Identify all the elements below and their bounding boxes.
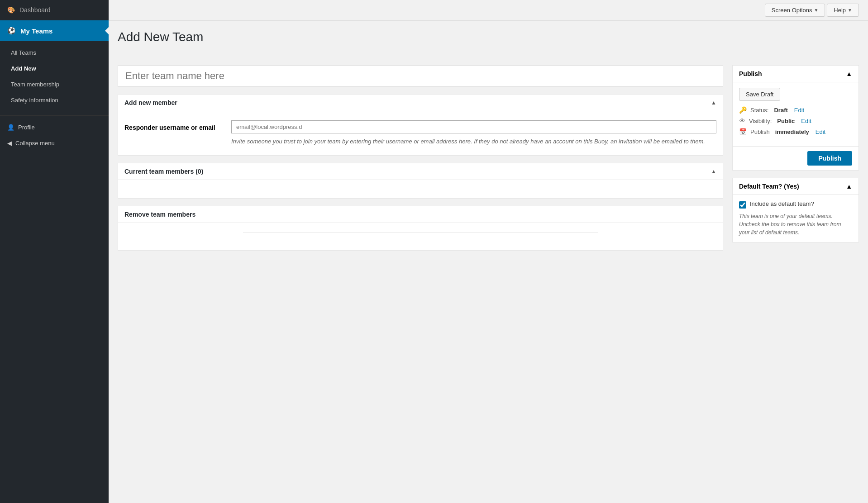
content-area: Add new member ▲ Responder username or e… xyxy=(109,56,868,267)
dashboard-nav-item[interactable]: 🎨 Dashboard xyxy=(0,0,109,20)
publish-panel: Publish ▲ Save Draft 🔑 Status: Draft Edi… xyxy=(732,65,859,171)
publish-panel-body: Save Draft 🔑 Status: Draft Edit 👁 Visibi… xyxy=(733,82,858,146)
field-right: Invite someone you trust to join your te… xyxy=(231,120,716,146)
default-team-hint: This team is one of your default teams. … xyxy=(739,212,852,237)
calendar-icon: 📅 xyxy=(739,128,747,135)
save-draft-button[interactable]: Save Draft xyxy=(739,88,780,101)
remove-members-title: Remove team members xyxy=(124,211,196,218)
current-members-body xyxy=(118,180,723,198)
publish-time-row: 📅 Publish immediately Edit xyxy=(739,128,852,135)
team-name-input[interactable] xyxy=(118,65,723,87)
remove-members-panel: Remove team members xyxy=(118,206,723,251)
status-value: Draft xyxy=(774,107,787,114)
sidebar-profile[interactable]: 👤 Profile xyxy=(0,119,109,135)
my-teams-nav-header[interactable]: ⚽ My Teams xyxy=(0,20,109,41)
sidebar-divider xyxy=(0,115,109,116)
help-button[interactable]: Help ▼ xyxy=(827,4,859,17)
visibility-label: Visibility: xyxy=(749,118,772,124)
add-member-panel: Add new member ▲ Responder username or e… xyxy=(118,94,723,156)
status-label: Status: xyxy=(750,107,768,114)
sidebar-item-safety-information[interactable]: Safety information xyxy=(0,92,109,108)
visibility-row: 👁 Visibility: Public Edit xyxy=(739,117,852,124)
right-column: Publish ▲ Save Draft 🔑 Status: Draft Edi… xyxy=(732,65,859,242)
default-team-header: Default Team? (Yes) ▲ xyxy=(733,178,858,195)
add-member-grid: Responder username or email Invite someo… xyxy=(124,120,716,146)
collapse-icon: ◀ xyxy=(7,140,12,147)
default-team-checkbox-row: Include as default team? xyxy=(739,200,852,209)
visibility-edit-link[interactable]: Edit xyxy=(801,118,811,124)
sidebar-item-team-membership[interactable]: Team membership xyxy=(0,76,109,92)
eye-icon: 👁 xyxy=(739,117,745,124)
my-teams-icon: ⚽ xyxy=(7,27,16,35)
profile-label: Profile xyxy=(18,124,35,131)
default-team-checkbox-label[interactable]: Include as default team? xyxy=(750,200,814,207)
add-member-panel-body: Responder username or email Invite someo… xyxy=(118,111,723,155)
add-member-hint: Invite someone you trust to join your te… xyxy=(231,137,716,146)
default-team-title: Default Team? (Yes) xyxy=(739,183,799,190)
publish-time-label: Publish xyxy=(750,128,770,135)
key-icon: 🔑 xyxy=(739,106,747,114)
current-members-panel: Current team members (0) ▲ xyxy=(118,163,723,199)
remove-members-body xyxy=(118,223,723,250)
sidebar-item-add-new[interactable]: Add New xyxy=(0,61,109,76)
default-team-body: Include as default team? This team is on… xyxy=(733,195,858,242)
default-team-toggle-icon[interactable]: ▲ xyxy=(846,183,852,190)
collapse-label: Collapse menu xyxy=(15,140,55,147)
current-members-toggle-icon[interactable]: ▲ xyxy=(711,168,716,175)
publish-panel-header: Publish ▲ xyxy=(733,66,858,82)
left-column: Add new member ▲ Responder username or e… xyxy=(118,65,723,258)
publish-button[interactable]: Publish xyxy=(807,151,852,166)
status-edit-link[interactable]: Edit xyxy=(794,107,804,114)
sidebar: 🎨 Dashboard ⚽ My Teams All Teams Add New… xyxy=(0,0,109,503)
add-member-panel-header: Add new member ▲ xyxy=(118,95,723,111)
screen-options-chevron-icon: ▼ xyxy=(814,8,818,13)
publish-time-value: immediately xyxy=(775,128,809,135)
sidebar-nav: All Teams Add New Team membership Safety… xyxy=(0,41,109,112)
add-member-toggle-icon[interactable]: ▲ xyxy=(711,100,716,106)
add-member-title: Add new member xyxy=(124,99,177,106)
my-teams-label: My Teams xyxy=(20,27,52,35)
dashboard-label: Dashboard xyxy=(19,6,51,14)
page-title: Add New Team xyxy=(118,30,859,44)
current-members-header: Current team members (0) ▲ xyxy=(118,163,723,180)
screen-options-button[interactable]: Screen Options ▼ xyxy=(765,4,825,17)
sidebar-collapse-menu[interactable]: ◀ Collapse menu xyxy=(0,135,109,151)
responder-field-label: Responder username or email xyxy=(124,120,224,131)
sidebar-item-all-teams[interactable]: All Teams xyxy=(0,45,109,61)
current-members-title: Current team members (0) xyxy=(124,168,203,175)
default-team-panel: Default Team? (Yes) ▲ Include as default… xyxy=(732,178,859,242)
topbar: Screen Options ▼ Help ▼ xyxy=(109,0,868,21)
remove-members-header: Remove team members xyxy=(118,206,723,223)
profile-icon: 👤 xyxy=(7,124,14,131)
publish-meta: 🔑 Status: Draft Edit 👁 Visibility: Publi… xyxy=(739,106,852,135)
publish-time-edit-link[interactable]: Edit xyxy=(816,128,825,135)
help-chevron-icon: ▼ xyxy=(848,8,852,13)
default-team-checkbox[interactable] xyxy=(739,201,746,209)
publish-toggle-icon[interactable]: ▲ xyxy=(846,70,852,77)
dashboard-icon: 🎨 xyxy=(7,6,15,14)
publish-footer: Publish xyxy=(733,146,858,170)
publish-title: Publish xyxy=(739,70,762,77)
main-content: Screen Options ▼ Help ▼ Add New Team Add… xyxy=(109,0,868,503)
visibility-value: Public xyxy=(777,118,795,124)
responder-email-input[interactable] xyxy=(231,120,716,133)
status-row: 🔑 Status: Draft Edit xyxy=(739,106,852,114)
